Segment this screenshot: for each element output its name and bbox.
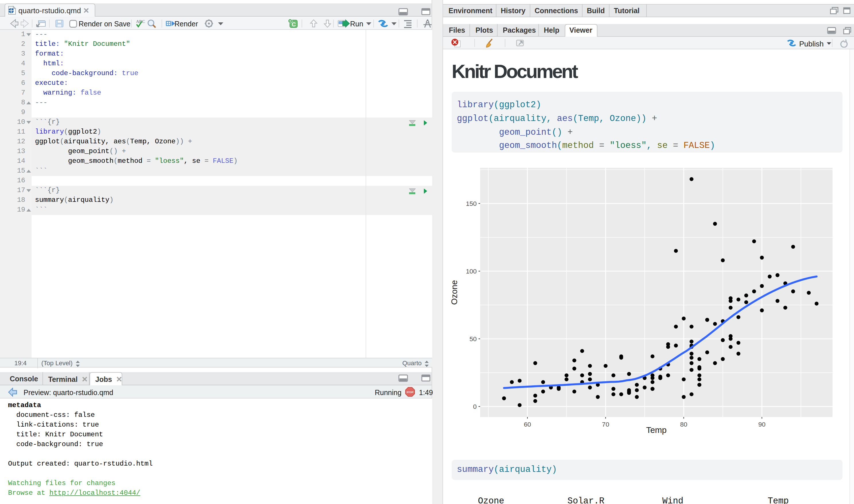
svg-text:C: C: [292, 21, 296, 28]
svg-text:90: 90: [758, 421, 765, 428]
svg-text:50: 50: [469, 336, 477, 343]
svg-text:150: 150: [466, 200, 477, 207]
svg-text:80: 80: [680, 421, 687, 428]
svg-text:0: 0: [473, 403, 477, 410]
svg-text:STOP: STOP: [406, 391, 414, 394]
svg-text:100: 100: [466, 268, 477, 275]
svg-text:70: 70: [602, 421, 609, 428]
svg-text:Temp: Temp: [646, 426, 667, 435]
svg-text:60: 60: [524, 421, 531, 428]
svg-text:Ozone: Ozone: [450, 280, 459, 305]
